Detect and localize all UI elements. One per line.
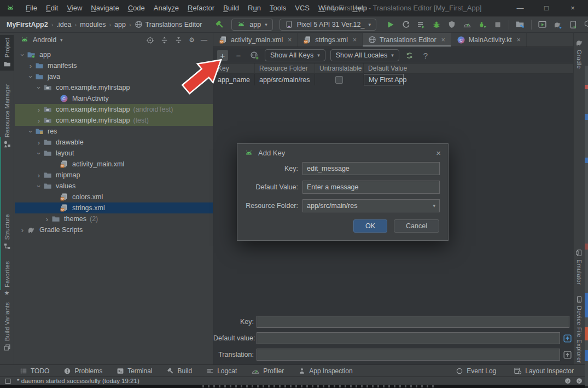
chevron-expanded-icon[interactable]: › [27, 72, 35, 81]
dialog-default-value-input[interactable] [302, 181, 440, 194]
chevron-expanded-icon[interactable]: › [19, 50, 27, 59]
chevron-collapsed-icon[interactable]: › [26, 62, 35, 70]
run-configurations-icon[interactable] [416, 19, 427, 30]
menu-edit[interactable]: Edit [42, 4, 62, 12]
stripe-item-structure[interactable]: Structure [0, 211, 14, 253]
debug-icon[interactable] [431, 19, 442, 30]
chevron-expanded-icon[interactable]: › [35, 149, 43, 158]
toolwindow-todo[interactable]: TODO [20, 367, 49, 375]
layout-inspector-phone-icon[interactable] [568, 19, 579, 30]
profiler-icon[interactable] [462, 19, 473, 30]
cell-resource-folder[interactable]: app/src/main/res [255, 74, 315, 85]
breadcrumb-item-idea[interactable]: .idea [56, 21, 71, 28]
ok-button[interactable]: OK [353, 219, 387, 233]
chevron-collapsed-icon[interactable]: › [34, 117, 43, 125]
smiley-sad-icon[interactable] [576, 378, 583, 384]
menu-vcs[interactable]: VCS [290, 4, 314, 12]
chevron-expanded-icon[interactable]: › [27, 127, 35, 136]
tree-item-mainactivity[interactable]: CMainActivity [15, 93, 213, 104]
tree-item-activity-main-xml[interactable]: <>activity_main.xml [15, 159, 213, 170]
menu-file[interactable]: File [21, 4, 42, 12]
toolwindow-event-log[interactable]: Event Log [456, 367, 496, 375]
tab-mainactivity-kt[interactable]: CMainActivity.kt× [451, 33, 527, 47]
menu-refactor[interactable]: Refactor [183, 4, 219, 12]
show-all-locales-select[interactable]: Show All Locales ▾ [330, 49, 399, 61]
toolwindow-build[interactable]: Build [167, 367, 193, 375]
untranslatable-checkbox[interactable] [335, 76, 343, 84]
run-configuration-select[interactable]: app ▾ [231, 19, 272, 31]
tree-item-app[interactable]: ›app [15, 49, 213, 60]
breadcrumb-item-translations-editor[interactable]: Translations Editor [135, 20, 202, 28]
hide-icon[interactable]: — [201, 37, 207, 43]
cell-default-value[interactable]: My First App [364, 74, 404, 85]
project-view-select[interactable]: Android ▾ [20, 36, 63, 44]
add-key-button[interactable]: + [217, 50, 228, 61]
toolwindow-app-inspection[interactable]: App Inspection [298, 367, 352, 375]
translation-field[interactable] [257, 349, 560, 361]
stripe-item-emulator[interactable]: Emulator [574, 246, 585, 287]
key-field[interactable] [257, 316, 569, 328]
menu-tools[interactable]: Tools [265, 4, 290, 12]
sync-project-icon[interactable] [552, 19, 563, 30]
chevron-collapsed-icon[interactable]: › [34, 138, 43, 147]
help-icon[interactable]: ? [420, 50, 431, 61]
menu-code[interactable]: Code [124, 4, 149, 12]
toolwindow-problems[interactable]: Problems [63, 367, 102, 375]
tree-item-themes-2[interactable]: ›themes(2) [15, 213, 213, 224]
stripe-item-device-file-explorer[interactable]: Device File Explorer [574, 293, 585, 366]
menu-analyze[interactable]: Analyze [149, 4, 183, 12]
device-manager-icon[interactable] [515, 19, 526, 30]
toolwindow-profiler[interactable]: Profiler [251, 367, 284, 375]
menu-run[interactable]: Run [243, 4, 265, 12]
gear-icon[interactable]: ⚙ [189, 37, 195, 43]
tree-item-layout[interactable]: ›layout [15, 148, 213, 159]
run-icon[interactable] [385, 19, 396, 30]
attach-debugger-icon[interactable] [477, 19, 488, 30]
chevron-expanded-icon[interactable]: › [35, 83, 43, 92]
add-locale-icon[interactable] [249, 50, 260, 61]
tree-item-drawable[interactable]: ›drawable [15, 137, 213, 148]
apply-changes-icon[interactable] [400, 19, 411, 30]
tree-item-com-example-myfirstapp-androidtest[interactable]: ›com.example.myfirstapp(androidTest) [15, 104, 213, 115]
tree-item-colors-xml[interactable]: <>colors.xml [15, 192, 213, 202]
stop-icon[interactable] [492, 19, 503, 30]
reload-icon[interactable] [404, 50, 415, 61]
close-icon[interactable]: × [441, 36, 445, 44]
expand-all-icon[interactable] [160, 36, 168, 44]
close-icon[interactable]: × [288, 36, 292, 44]
expand-editor-icon[interactable] [562, 333, 573, 344]
default-value-field[interactable] [257, 332, 560, 344]
chevron-collapsed-icon[interactable]: › [34, 106, 43, 114]
breadcrumb-item-modules[interactable]: modules [80, 21, 106, 28]
column-header-resource-folder[interactable]: Resource Folder [255, 63, 315, 73]
maximize-button[interactable]: □ [533, 0, 560, 16]
translations-table-row[interactable]: app_nameapp/src/main/resMy First App [213, 74, 404, 85]
tree-item-gradle-scripts[interactable]: ›Gradle Scripts [15, 224, 213, 235]
cancel-button[interactable]: Cancel [394, 219, 439, 233]
running-devices-icon[interactable] [537, 19, 548, 30]
column-header-key[interactable]: Key [213, 63, 255, 73]
target-icon[interactable] [146, 36, 154, 44]
stripe-item-resource-manager[interactable]: Resource Manager [0, 81, 14, 150]
tree-item-values[interactable]: ›values [15, 181, 213, 192]
tab-translations-editor[interactable]: Translations Editor× [363, 33, 451, 47]
smiley-happy-icon[interactable] [564, 378, 571, 384]
tree-item-mipmap[interactable]: ›mipmap [15, 170, 213, 181]
dialog-resource-folder-select[interactable]: app/src/main/res ▾ [302, 199, 440, 212]
device-select[interactable]: Pixel 5 API 31 Ver.12_ ▾ [280, 19, 376, 31]
sdk-manager-icon[interactable] [583, 19, 588, 30]
tree-item-com-example-myfirstapp-test[interactable]: ›com.example.myfirstapp(test) [15, 115, 213, 126]
toolwindow-logcat[interactable]: Logcat [206, 367, 237, 375]
breadcrumb-item-myfirstapp2[interactable]: MyFirstApp2 [7, 21, 48, 28]
stripe-item-project[interactable]: Project [0, 35, 14, 71]
menu-view[interactable]: View [62, 4, 86, 12]
menu-navigate[interactable]: Navigate [86, 4, 123, 12]
stripe-item-favorites[interactable]: Favorites★ [0, 258, 14, 299]
close-icon[interactable]: × [517, 36, 521, 44]
tab-activity-main-xml[interactable]: <>activity_main.xml× [213, 33, 298, 47]
column-header-default-value[interactable]: Default Value [364, 63, 404, 73]
tree-item-strings-xml[interactable]: <>strings.xml [15, 202, 213, 213]
minimize-button[interactable]: — [507, 0, 533, 16]
chevron-expanded-icon[interactable]: › [35, 182, 43, 190]
coverage-icon[interactable] [446, 19, 457, 30]
